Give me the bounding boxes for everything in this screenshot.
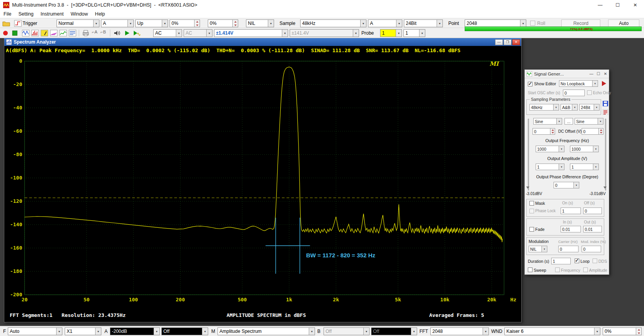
sweep-frequency-checkbox[interactable] xyxy=(555,267,560,272)
mask-off-input[interactable]: 0 xyxy=(583,208,602,214)
amplitude-slider-a[interactable] xyxy=(528,119,529,190)
menu-file[interactable]: File xyxy=(0,11,15,17)
coupling-b-select[interactable]: AC xyxy=(184,29,212,37)
dc-offset-b-stepper[interactable]: 0 xyxy=(582,128,603,135)
waveform-a-select[interactable]: Sine xyxy=(533,118,562,125)
coupling-a-select[interactable]: AC xyxy=(153,29,182,37)
record-icon[interactable] xyxy=(2,30,9,37)
loopback-select[interactable]: No Loopback xyxy=(559,80,598,87)
mod-index-input[interactable]: 0 xyxy=(582,246,601,252)
mask-checkbox[interactable] xyxy=(529,201,534,206)
b-offset-select[interactable]: Off xyxy=(371,327,417,335)
gen-channel-select[interactable]: A&B xyxy=(561,104,578,111)
amplitude-b-input[interactable]: 1 xyxy=(570,164,599,170)
window-function-select[interactable]: Kaiser 6 xyxy=(504,327,600,335)
waveform-more-button[interactable]: ... xyxy=(564,118,573,125)
gen-sample-rate-select[interactable]: 48kHz xyxy=(529,104,559,111)
trigger-edge-select[interactable]: Up xyxy=(135,19,168,27)
maximize-icon[interactable]: ☐ xyxy=(595,71,602,77)
minimize-icon[interactable]: — xyxy=(495,39,503,45)
hpf-select[interactable]: NIL xyxy=(246,19,274,27)
spin-arrows-icon[interactable] xyxy=(550,128,555,134)
run-icon[interactable] xyxy=(11,30,19,37)
record-length-select[interactable]: 2048 xyxy=(465,19,526,27)
trigger-delay-stepper[interactable]: 0% xyxy=(208,19,238,27)
x-multiplier-select[interactable]: X1 xyxy=(65,327,101,335)
trigger-level-stepper[interactable]: 0% xyxy=(170,19,200,27)
multimeter-icon[interactable] xyxy=(41,30,48,37)
fade-in-input[interactable]: 0.01 xyxy=(561,226,581,232)
auto-button[interactable]: Auto xyxy=(608,19,639,27)
mask-on-input[interactable]: 1 xyxy=(561,208,581,214)
sweep-checkbox[interactable] xyxy=(528,267,533,272)
trigger-mode-select[interactable]: Normal xyxy=(57,19,99,27)
dds-checkbox[interactable] xyxy=(593,259,597,263)
frequency-a-input[interactable]: 1000 xyxy=(536,146,564,152)
label-a-icon[interactable]: ⌐A xyxy=(92,30,100,37)
fade-out-input[interactable]: 0.01 xyxy=(583,226,602,232)
frequency-range-select[interactable]: Auto xyxy=(8,327,62,335)
data-logger-icon[interactable] xyxy=(59,30,67,37)
trigger-source-select[interactable]: A xyxy=(101,19,134,27)
sweep-amplitude-checkbox[interactable] xyxy=(583,267,588,272)
maximize-icon[interactable]: ☐ xyxy=(609,0,626,10)
close-icon[interactable]: ✕ xyxy=(602,71,609,77)
carrier-input[interactable]: 0 xyxy=(558,246,579,252)
probe-b-select[interactable]: 1 xyxy=(403,29,425,37)
slider-thumb-icon[interactable] xyxy=(526,186,529,190)
speaker-icon[interactable] xyxy=(113,30,121,37)
dc-offset-a-stepper[interactable]: 0 xyxy=(533,128,555,135)
spectrum-analyzer-icon[interactable] xyxy=(31,30,39,37)
minimize-icon[interactable]: — xyxy=(591,0,609,10)
echo-only-checkbox[interactable] xyxy=(587,90,592,95)
overlap-stepper[interactable]: 0% xyxy=(603,327,642,335)
phase-lock-checkbox[interactable] xyxy=(529,209,534,213)
play-sine-icon[interactable] xyxy=(133,30,140,37)
spin-arrows-icon[interactable] xyxy=(232,20,238,27)
spin-arrows-icon[interactable] xyxy=(636,328,641,335)
spin-arrows-icon[interactable] xyxy=(598,128,603,134)
close-icon[interactable]: ✕ xyxy=(512,39,520,45)
gen-bit-depth-select[interactable]: 24Bit xyxy=(579,104,600,111)
close-icon[interactable]: ✕ xyxy=(626,0,644,10)
range-a-select[interactable]: ±1.414V xyxy=(214,29,288,37)
device-test-plan-icon[interactable] xyxy=(69,30,76,37)
spectrum-3d-plot-icon[interactable] xyxy=(50,30,58,37)
sample-rate-select[interactable]: 48kHz xyxy=(300,19,366,27)
run-generator-button[interactable] xyxy=(601,81,607,86)
show-editor-checkbox[interactable] xyxy=(528,82,533,86)
a-offset-select[interactable]: Off xyxy=(161,327,208,335)
fade-checkbox[interactable] xyxy=(529,227,534,232)
slider-thumb-icon[interactable] xyxy=(603,186,607,190)
spectrum-window-titlebar[interactable]: Spectrum Analyzer — ❐ ✕ xyxy=(4,38,521,46)
oscilloscope-icon[interactable] xyxy=(22,30,30,37)
probe-a-select[interactable]: 1 xyxy=(380,29,402,37)
save-icon[interactable] xyxy=(603,101,608,106)
fft-size-select[interactable]: 2048 xyxy=(430,327,489,335)
phase-difference-select[interactable]: 0 xyxy=(554,182,579,188)
minimize-icon[interactable]: — xyxy=(588,71,595,77)
modulation-select[interactable]: NIL xyxy=(529,246,547,252)
display-mode-select[interactable]: Amplitude Spectrum xyxy=(218,327,315,335)
amplitude-slider-b[interactable] xyxy=(605,119,606,190)
frequency-b-input[interactable]: 1000 xyxy=(570,146,599,152)
menu-window[interactable]: Window xyxy=(67,11,91,17)
sampling-channel-select[interactable]: A xyxy=(368,19,402,27)
record-button[interactable]: Record xyxy=(561,19,600,27)
roll-checkbox[interactable] xyxy=(530,21,535,26)
b-scale-select[interactable]: Off xyxy=(324,327,370,335)
spin-arrows-icon[interactable] xyxy=(194,20,200,27)
bit-depth-select[interactable]: 24Bit xyxy=(404,19,443,27)
menu-setting[interactable]: Setting xyxy=(15,11,37,17)
restore-icon[interactable]: ❐ xyxy=(504,39,511,45)
duration-input[interactable]: 1 xyxy=(551,258,571,264)
amplitude-a-input[interactable]: 1 xyxy=(536,164,564,170)
start-osc-input[interactable]: 0 xyxy=(563,90,585,96)
menu-instrument[interactable]: Instrument xyxy=(37,11,67,17)
play-icon[interactable] xyxy=(123,30,131,37)
menu-help[interactable]: Help xyxy=(92,11,109,17)
spectrum-chart[interactable]: 20501002005001k2k5k10k20kHz0-20-40-60-80… xyxy=(4,55,521,322)
waveform-b-select[interactable]: Sine xyxy=(575,118,603,125)
printer-icon[interactable] xyxy=(82,30,90,37)
editor-icon[interactable] xyxy=(603,109,608,115)
